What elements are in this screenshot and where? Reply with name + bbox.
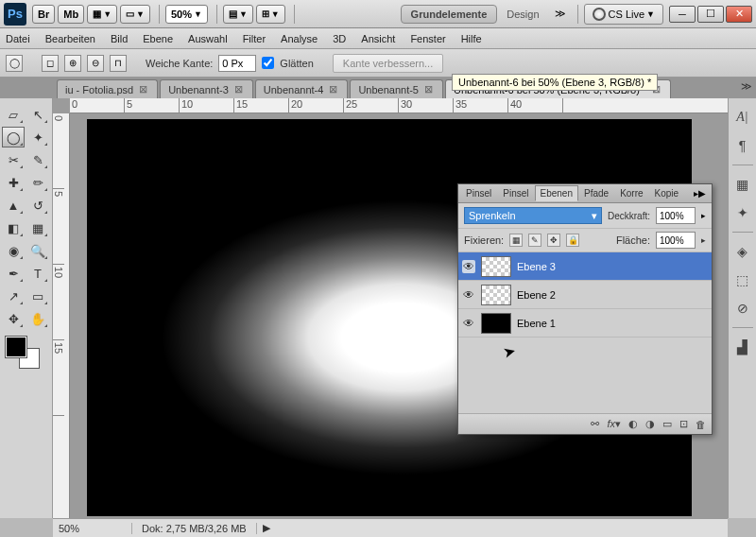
layer-row[interactable]: 👁 Ebene 3 — [458, 252, 712, 281]
arrange-docs-button[interactable]: ▦▼ — [87, 5, 117, 24]
layer-thumb[interactable] — [481, 285, 511, 305]
layer-mask-icon[interactable]: ◐ — [628, 418, 638, 430]
bridge-button[interactable]: Br — [32, 5, 55, 24]
workspace-selected[interactable]: Grundelemente — [401, 5, 498, 24]
close-icon[interactable]: ⊠ — [232, 83, 245, 95]
type-tool[interactable]: T — [26, 263, 49, 284]
blur-tool[interactable]: ◉ — [2, 240, 25, 261]
menu-auswahl[interactable]: Auswahl — [188, 33, 228, 44]
paragraph-panel-icon[interactable]: ¶ — [733, 136, 752, 155]
dodge-tool[interactable]: 🔍 — [26, 240, 49, 261]
stamp-tool[interactable]: ▲ — [2, 195, 25, 216]
status-docsize[interactable]: Dok: 2,75 MB/3,26 MB — [132, 523, 257, 534]
character-panel-icon[interactable]: A| — [733, 108, 752, 127]
tabs-overflow[interactable]: ≫ — [741, 80, 752, 93]
panel-tab[interactable]: Korre — [614, 185, 648, 201]
layer-row[interactable]: 👁 Ebene 2 — [458, 281, 712, 309]
menu-3d[interactable]: 3D — [333, 33, 346, 44]
extras-button[interactable]: ▤▼ — [223, 5, 253, 24]
visibility-icon[interactable]: 👁 — [462, 260, 475, 273]
refine-edge-button[interactable]: Kante verbessern... — [333, 54, 443, 73]
selection-intersect-icon[interactable]: ⊓ — [110, 55, 127, 72]
menu-bild[interactable]: Bild — [111, 33, 128, 44]
actions-panel-icon[interactable]: ▟ — [733, 338, 752, 356]
marquee-tool[interactable]: ↖ — [26, 104, 49, 125]
menu-filter[interactable]: Filter — [243, 33, 266, 44]
layer-thumb[interactable] — [481, 256, 511, 277]
menu-fenster[interactable]: Fenster — [410, 33, 445, 44]
status-zoom[interactable]: 50% — [53, 523, 132, 534]
color-swatches[interactable] — [2, 335, 49, 369]
panel-tab[interactable]: Pfade — [578, 185, 614, 201]
new-layer-icon[interactable]: ⊡ — [679, 418, 688, 430]
brush-tool[interactable]: ✏ — [26, 172, 49, 193]
lock-paint-icon[interactable]: ✎ — [528, 234, 541, 247]
layer-row[interactable]: 👁 Ebene 1 — [458, 309, 712, 338]
menu-hilfe[interactable]: Hilfe — [461, 33, 482, 44]
guides-button[interactable]: ⊞▼ — [256, 5, 285, 24]
info-panel-icon[interactable]: ⊘ — [733, 299, 752, 318]
minimize-button[interactable]: ─ — [669, 6, 696, 23]
styles-panel-icon[interactable]: ✦ — [733, 203, 752, 222]
layer-thumb[interactable] — [481, 313, 511, 334]
group-layers-icon[interactable]: ▭ — [662, 418, 672, 430]
gradient-tool[interactable]: ▦ — [26, 217, 49, 238]
path-tool[interactable]: ↗ — [2, 286, 25, 306]
selection-subtract-icon[interactable]: ⊖ — [87, 55, 104, 72]
panel-tab[interactable]: Pinsel — [460, 185, 497, 201]
lasso-tool-indicator[interactable]: ◯ — [6, 55, 23, 72]
zoom-level-input[interactable]: 50%▼ — [165, 5, 208, 24]
hand-tool[interactable]: ✋ — [26, 308, 49, 329]
visibility-icon[interactable]: 👁 — [462, 317, 475, 330]
cslive-button[interactable]: CS Live▼ — [584, 4, 663, 25]
doc-tab[interactable]: Unbenannt-4⊠ — [255, 79, 349, 98]
transform-panel-icon[interactable]: ⬚ — [733, 270, 752, 289]
selection-new-icon[interactable]: ◻ — [42, 55, 59, 72]
delete-layer-icon[interactable]: 🗑 — [696, 419, 706, 430]
layer-fx-icon[interactable]: fx▾ — [607, 418, 621, 430]
move-tool[interactable]: ▱ — [2, 104, 25, 125]
panel-tab[interactable]: Kopie — [649, 185, 685, 201]
status-menu-icon[interactable]: ▶ — [257, 522, 276, 534]
close-button[interactable]: ✕ — [726, 6, 752, 23]
visibility-icon[interactable]: 👁 — [462, 288, 475, 302]
shape-tool[interactable]: ▭ — [26, 286, 49, 306]
menu-ebene[interactable]: Ebene — [143, 33, 173, 44]
close-icon[interactable]: ⊠ — [137, 83, 149, 95]
history-brush-tool[interactable]: ↺ — [26, 195, 49, 216]
3d-tool[interactable]: ✥ — [2, 308, 25, 329]
adjustment-layer-icon[interactable]: ◑ — [645, 418, 655, 430]
menu-datei[interactable]: Datei — [6, 33, 30, 44]
link-layers-icon[interactable]: ⚯ — [591, 418, 599, 430]
eyedropper-tool[interactable]: ✎ — [26, 149, 49, 170]
fg-color[interactable] — [6, 337, 26, 357]
panel-tab-ebenen[interactable]: Ebenen — [535, 185, 578, 201]
opacity-input[interactable] — [656, 207, 696, 224]
lock-transparency-icon[interactable]: ▦ — [509, 234, 523, 247]
healing-tool[interactable]: ✚ — [2, 172, 25, 193]
minibridge-button[interactable]: Mb — [58, 5, 84, 24]
doc-tab[interactable]: iu - Fotolia.psd⊠ — [57, 79, 158, 98]
magic-wand-tool[interactable]: ✦ — [26, 127, 49, 147]
feather-input[interactable] — [218, 55, 256, 72]
lock-all-icon[interactable]: 🔒 — [566, 234, 579, 247]
screen-mode-button[interactable]: ▭▼ — [120, 5, 150, 24]
panel-menu-icon[interactable]: ▸▶ — [694, 188, 710, 199]
smooth-checkbox[interactable] — [262, 57, 274, 69]
blend-mode-select[interactable]: Sprenkeln▾ — [464, 207, 602, 224]
doc-tab[interactable]: Unbenannt-3⊠ — [160, 79, 253, 98]
fill-input[interactable] — [656, 232, 696, 249]
maximize-button[interactable]: ☐ — [697, 6, 724, 23]
workspace-more[interactable]: ≫ — [549, 8, 572, 20]
swatches-panel-icon[interactable]: ▦ — [733, 175, 752, 194]
close-icon[interactable]: ⊠ — [327, 83, 339, 95]
crop-tool[interactable]: ✂ — [2, 149, 25, 170]
menu-ansicht[interactable]: Ansicht — [361, 33, 395, 44]
close-icon[interactable]: ⊠ — [422, 83, 435, 95]
workspace-design[interactable]: Design — [497, 6, 548, 23]
menu-analyse[interactable]: Analyse — [281, 33, 318, 44]
selection-add-icon[interactable]: ⊕ — [64, 55, 81, 72]
eraser-tool[interactable]: ◧ — [2, 217, 25, 238]
lock-move-icon[interactable]: ✥ — [547, 234, 560, 247]
doc-tab[interactable]: Unbenannt-5⊠ — [350, 79, 443, 98]
